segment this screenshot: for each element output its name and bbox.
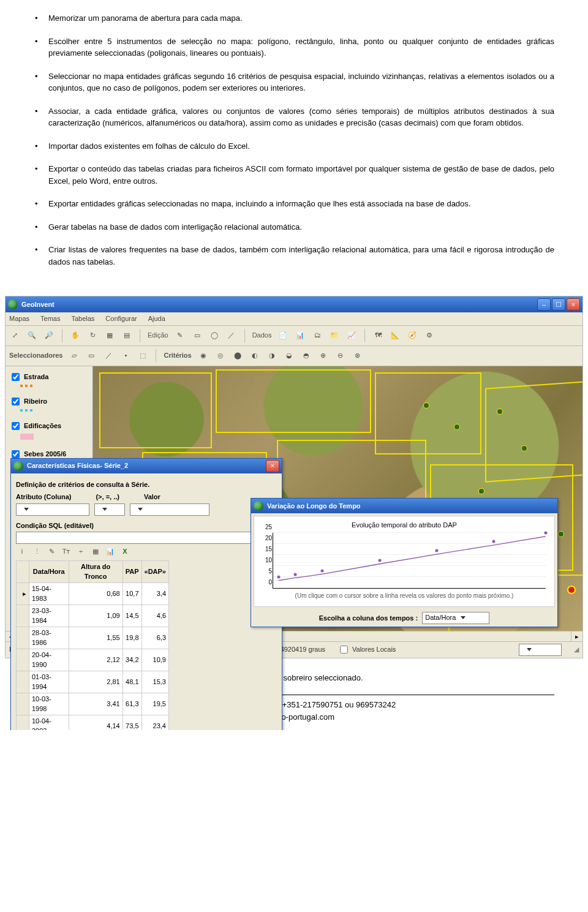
- crit-icon[interactable]: ⊕: [318, 350, 329, 361]
- data-icon[interactable]: 📈: [346, 330, 357, 341]
- th[interactable]: PAP: [123, 560, 141, 582]
- tree-icon[interactable]: [424, 403, 429, 408]
- table-row[interactable]: 20-04-19902,1234,210,9: [17, 649, 169, 671]
- crit-icon[interactable]: ◑: [266, 350, 277, 361]
- tree-icon[interactable]: [497, 409, 502, 414]
- tool-icon[interactable]: 🗺: [372, 330, 383, 341]
- op-combo[interactable]: [94, 503, 125, 516]
- parcel[interactable]: [216, 369, 371, 433]
- minimize-button[interactable]: –: [537, 298, 551, 311]
- selected-tree-icon[interactable]: [568, 587, 575, 593]
- table-row[interactable]: 10-04-20024,1473,523,4: [17, 715, 169, 730]
- th[interactable]: Data/Hora: [29, 560, 69, 582]
- edit-tool-icon[interactable]: ／: [226, 330, 237, 341]
- layer-item[interactable]: Ribeiro: [9, 396, 89, 412]
- time-column-combo[interactable]: Data/Hora: [422, 612, 489, 624]
- close-button[interactable]: ×: [266, 460, 279, 472]
- tool-icon[interactable]: ✎: [47, 546, 56, 557]
- data-icon[interactable]: 📁: [329, 330, 340, 341]
- menu-ajuda[interactable]: Ajuda: [148, 314, 165, 324]
- tool-icon[interactable]: ▤: [121, 330, 132, 341]
- chart-point[interactable]: [545, 532, 548, 535]
- tool-icon[interactable]: 📊: [105, 546, 115, 557]
- tree-icon[interactable]: [479, 489, 484, 494]
- menu-tabelas[interactable]: Tabelas: [71, 314, 94, 324]
- crit-icon[interactable]: ◉: [198, 350, 209, 361]
- menu-temas[interactable]: Temas: [40, 314, 60, 324]
- sql-input[interactable]: [16, 532, 277, 544]
- crit-icon[interactable]: ◐: [249, 350, 260, 361]
- table-row[interactable]: 01-03-19942,8148,115,3: [17, 671, 169, 693]
- tool-icon[interactable]: ⚙: [424, 330, 435, 341]
- characteristics-dialog[interactable]: Características Físicas- Série_2 × Defin…: [10, 458, 282, 731]
- main-titlebar[interactable]: GeoInvent – ☐ ×: [6, 296, 582, 312]
- chart-point[interactable]: [435, 549, 439, 552]
- maximize-button[interactable]: ☐: [552, 298, 565, 311]
- tool-icon[interactable]: ⋮: [32, 546, 42, 557]
- crit-icon[interactable]: ⬤: [232, 350, 243, 361]
- select-rect-icon[interactable]: ▭: [86, 350, 97, 361]
- tree-icon[interactable]: [522, 446, 527, 451]
- chart-point[interactable]: [492, 540, 496, 543]
- pan-icon[interactable]: ✋: [70, 330, 81, 341]
- table-row[interactable]: 10-03-19983,4161,319,5: [17, 693, 169, 715]
- th[interactable]: «DAP»: [141, 560, 168, 582]
- crit-icon[interactable]: ◒: [284, 350, 295, 361]
- select-point-icon[interactable]: •: [120, 350, 131, 361]
- edit-tool-icon[interactable]: ▭: [192, 330, 203, 341]
- dialog-titlebar[interactable]: Características Físicas- Série_2 ×: [11, 459, 282, 473]
- dialog-titlebar[interactable]: Variação ao Longo do Tempo: [251, 499, 557, 513]
- th[interactable]: Altura do Tronco: [69, 560, 123, 582]
- menu-mapas[interactable]: Mapas: [9, 314, 29, 324]
- close-button[interactable]: ×: [567, 298, 580, 311]
- tool-icon[interactable]: ▦: [104, 330, 115, 341]
- menubar[interactable]: Mapas Temas Tabelas Configurar Ajuda: [6, 312, 582, 326]
- zoom-extent-icon[interactable]: ⤢: [9, 330, 20, 341]
- crit-icon[interactable]: ◓: [301, 350, 312, 361]
- zoom-out-icon[interactable]: 🔎: [43, 330, 55, 341]
- tool-icon[interactable]: 🧭: [407, 330, 418, 341]
- chart-point[interactable]: [378, 559, 381, 562]
- crit-icon[interactable]: ⊗: [352, 350, 363, 361]
- tool-icon[interactable]: ▦: [91, 546, 100, 557]
- data-icon[interactable]: 📄: [277, 330, 288, 341]
- crit-icon[interactable]: ◎: [215, 350, 226, 361]
- layer-checkbox[interactable]: [12, 450, 20, 458]
- chart-point[interactable]: [321, 569, 324, 572]
- atributo-combo[interactable]: [16, 503, 89, 516]
- status-combo[interactable]: [519, 644, 562, 656]
- edit-icon[interactable]: ✎: [175, 330, 186, 341]
- excel-icon[interactable]: X: [120, 546, 130, 557]
- layer-checkbox[interactable]: [12, 398, 20, 405]
- data-icon[interactable]: 📊: [295, 330, 306, 341]
- edit-tool-icon[interactable]: ◯: [209, 330, 220, 341]
- crit-icon[interactable]: ⊖: [335, 350, 346, 361]
- table-row[interactable]: 23-03-19841,0914,54,6: [17, 605, 169, 627]
- tool-icon[interactable]: 📐: [390, 330, 401, 341]
- select-set-icon[interactable]: ⬚: [137, 350, 148, 361]
- chart-point[interactable]: [277, 576, 280, 579]
- chart-point[interactable]: [293, 573, 296, 576]
- valores-locais-checkbox[interactable]: [340, 646, 348, 654]
- select-line-icon[interactable]: ／: [103, 350, 114, 361]
- layer-item[interactable]: Estrada: [9, 371, 89, 387]
- layer-item[interactable]: Edificações: [9, 420, 89, 440]
- valor-combo[interactable]: [130, 503, 209, 516]
- tree-icon[interactable]: [454, 424, 459, 429]
- tool-icon[interactable]: i: [17, 546, 27, 557]
- layer-checkbox[interactable]: [12, 373, 20, 381]
- table-row[interactable]: 28-03-19861,5519,86,3: [17, 627, 169, 649]
- chart-dialog[interactable]: Variação ao Longo do Tempo Evolução temp…: [251, 498, 558, 627]
- tool-icon[interactable]: ÷: [76, 546, 86, 557]
- layer-checkbox[interactable]: [12, 422, 20, 430]
- zoom-in-icon[interactable]: 🔍: [26, 330, 37, 341]
- refresh-icon[interactable]: ↻: [87, 330, 98, 341]
- table-row[interactable]: ▸15-04-19830,6810,73,4: [17, 582, 169, 605]
- tree-icon[interactable]: [559, 532, 564, 537]
- resize-grip-icon[interactable]: ◢: [574, 644, 579, 655]
- chart-plot[interactable]: 0 5 10 15 20 25: [273, 533, 546, 589]
- tool-icon[interactable]: Tᴛ: [61, 546, 71, 557]
- parcel[interactable]: [99, 372, 212, 448]
- menu-configurar[interactable]: Configurar: [105, 314, 137, 324]
- select-poly-icon[interactable]: ▱: [69, 350, 80, 361]
